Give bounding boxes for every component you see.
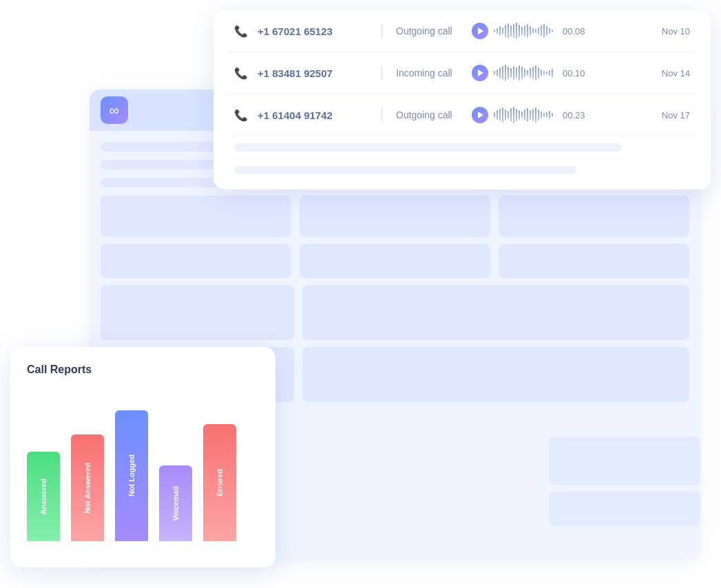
call-date-1: Nov 10 — [656, 26, 690, 36]
wb — [494, 112, 495, 118]
wb — [521, 67, 523, 79]
wb — [516, 23, 517, 39]
wb — [513, 107, 514, 123]
right-skeleton-block-2 — [549, 492, 700, 526]
call-row-faded-1 — [227, 136, 697, 159]
bar-label-not-answered: Not Answered — [83, 457, 92, 519]
wb — [530, 110, 531, 120]
app-logo: ∞ — [109, 103, 119, 118]
wb — [543, 71, 545, 75]
reports-panel: Call Reports Answered Not Answered Not L… — [10, 347, 275, 567]
wb — [510, 25, 512, 36]
duration-2: 00.10 — [563, 68, 590, 78]
wb — [499, 26, 501, 36]
wb — [546, 72, 547, 74]
call-row-faded-2 — [227, 159, 697, 182]
wb — [516, 67, 517, 78]
call-log-panel: 📞 +1 67021 65123 Outgoing call — [213, 10, 711, 189]
phone-icon-1: 📞 — [234, 25, 248, 38]
wb — [502, 28, 503, 34]
call-type-2: Incoming call — [396, 67, 472, 78]
wb — [524, 25, 525, 36]
play-button-3[interactable] — [472, 107, 488, 123]
wb — [519, 65, 520, 81]
wb — [494, 30, 495, 32]
bar-chart: Answered Not Answered Not Logged Voicema… — [27, 390, 259, 541]
call-row-3: 📞 +1 61404 91742 Outgoing call — [227, 94, 697, 136]
wb — [532, 67, 534, 79]
bar-label-not-logged: Not Logged — [127, 449, 136, 502]
wb — [530, 68, 531, 78]
call-type-3: Outgoing call — [396, 109, 472, 120]
wb — [505, 109, 506, 120]
wb — [508, 23, 509, 39]
waveform-container-1[interactable]: 00.08 — [472, 23, 642, 39]
call-date-2: Nov 14 — [656, 68, 690, 78]
call-type-1: Outgoing call — [396, 25, 472, 36]
phone-number-3: +1 61404 91742 — [258, 109, 368, 121]
duration-3: 00.23 — [563, 110, 590, 120]
wb — [532, 28, 534, 34]
wb — [546, 26, 547, 36]
phone-icon-2: 📞 — [234, 67, 248, 80]
wb — [541, 25, 542, 36]
wb — [497, 110, 498, 120]
wb — [497, 28, 498, 34]
wb — [505, 25, 506, 37]
wb — [513, 24, 514, 38]
wb — [527, 70, 528, 76]
divider-1 — [382, 24, 382, 38]
wb — [538, 67, 539, 78]
wb — [524, 69, 525, 77]
reports-title: Call Reports — [27, 364, 259, 376]
divider-3 — [382, 108, 382, 122]
faded-line-2 — [234, 166, 576, 174]
wb — [549, 111, 550, 119]
wb — [521, 27, 523, 35]
skeleton-card-7 — [101, 285, 294, 340]
bar-label-voicemail: Voicemail — [171, 481, 180, 527]
bar-group-not-answered: Not Answered — [71, 434, 104, 541]
wb — [546, 112, 547, 118]
bar-answered: Answered — [27, 452, 60, 541]
skeleton-grid-2 — [101, 244, 689, 278]
wb — [535, 29, 536, 33]
wb — [505, 65, 506, 81]
skeleton-card-6 — [499, 244, 689, 278]
wb — [552, 30, 553, 32]
skeleton-card-2 — [300, 196, 490, 237]
wb — [549, 28, 550, 34]
wb — [499, 109, 501, 121]
wb — [527, 24, 528, 38]
call-row-1: 📞 +1 67021 65123 Outgoing call — [227, 10, 697, 52]
wb — [527, 108, 528, 122]
skeleton-card-1 — [101, 196, 291, 237]
call-row-2: 📞 +1 83481 92507 Incoming call — [227, 52, 697, 94]
wb — [532, 109, 534, 121]
wb — [543, 113, 545, 117]
play-button-1[interactable] — [472, 23, 488, 39]
bar-not-logged: Not Logged — [115, 410, 148, 541]
wb — [549, 70, 550, 76]
waveform-container-3[interactable]: 00.23 — [472, 107, 642, 123]
wb — [516, 109, 517, 121]
wb — [502, 107, 503, 123]
wb — [535, 107, 536, 123]
wb — [499, 67, 501, 78]
waveform-container-2[interactable]: 00.10 — [472, 65, 642, 81]
skeleton-card-5 — [300, 244, 490, 278]
phone-icon-3: 📞 — [234, 109, 248, 122]
wb — [535, 65, 536, 81]
wb — [510, 68, 512, 78]
wb — [521, 112, 523, 118]
play-button-2[interactable] — [472, 65, 488, 81]
skeleton-card-10 — [302, 347, 689, 402]
skeleton-card-4 — [101, 244, 291, 278]
phone-number-1: +1 67021 65123 — [258, 25, 368, 37]
bar-errored: Errored — [203, 424, 236, 541]
waveform-2 — [494, 65, 553, 81]
bar-not-answered: Not Answered — [71, 434, 104, 541]
wb — [530, 26, 531, 36]
app-icon: ∞ — [101, 96, 128, 124]
waveform-1 — [494, 23, 553, 39]
